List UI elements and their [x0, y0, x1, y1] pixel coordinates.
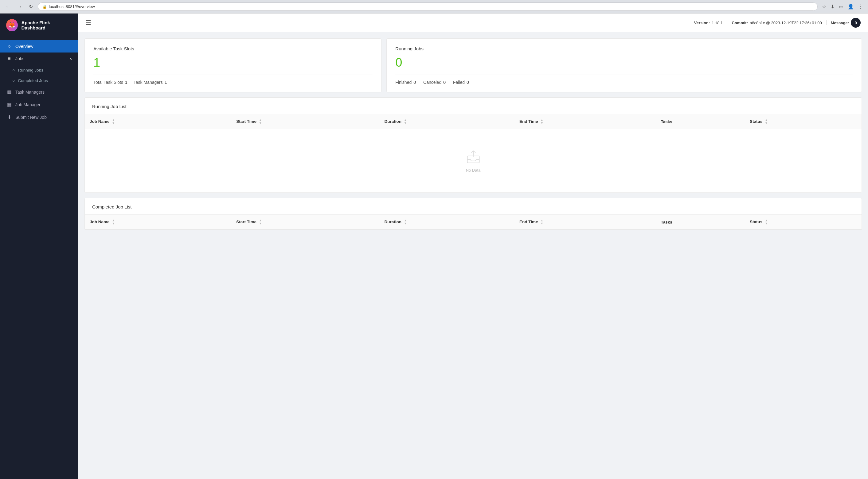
col-start-time-c[interactable]: Start Time ▲▼: [231, 215, 379, 230]
message-label: Message:: [831, 21, 849, 25]
sidebar-item-overview[interactable]: ○ Overview: [0, 40, 78, 53]
sidebar-item-jobs[interactable]: ≡ Jobs ∧: [0, 53, 78, 65]
canceled-value: 0: [443, 80, 446, 85]
download-button[interactable]: ⬇: [829, 2, 836, 11]
app-layout: 🦊 Apache Flink Dashboard ○ Overview ≡ Jo…: [0, 13, 868, 479]
address-bar[interactable]: 🔒 localhost:8081/#/overview: [38, 2, 818, 11]
col-duration[interactable]: Duration ▲▼: [380, 114, 515, 129]
task-slots-title: Available Task Slots: [93, 46, 373, 51]
task-managers-label: Task Managers: [134, 80, 163, 85]
completed-job-table: Job Name ▲▼ Start Time ▲▼ Duration ▲▼ En…: [85, 215, 862, 230]
task-managers-stat: Task Managers 1: [134, 80, 167, 85]
bookmark-button[interactable]: ☆: [821, 2, 828, 11]
running-jobs-stats: Finished 0 Canceled 0 Failed 0: [395, 80, 853, 85]
col-job-name-c[interactable]: Job Name ▲▼: [85, 215, 231, 230]
canceled-stat: Canceled 0: [423, 80, 446, 85]
commit-value: a8c8b1c @ 2023-12-19T22:17:36+01:00: [750, 21, 822, 25]
sidebar-nav: ○ Overview ≡ Jobs ∧ ○ Running Jobs ○ Com…: [0, 37, 78, 479]
total-slots-label: Total Task Slots: [93, 80, 123, 85]
cards-row: Available Task Slots 1 Total Task Slots …: [85, 38, 862, 92]
header-divider-1: [727, 20, 727, 25]
url-text: localhost:8081/#/overview: [49, 4, 95, 9]
header-divider-2: [826, 20, 827, 25]
col-job-name[interactable]: Job Name ▲▼: [85, 114, 231, 129]
header-menu-button[interactable]: ☰: [86, 19, 91, 26]
browser-chrome: ← → ↻ 🔒 localhost:8081/#/overview ☆ ⬇ ▭ …: [0, 0, 868, 13]
finished-label: Finished: [395, 80, 411, 85]
task-managers-value: 1: [165, 80, 167, 85]
completed-jobs-icon: ○: [12, 78, 15, 83]
refresh-button[interactable]: ↻: [27, 2, 35, 11]
sidebar-item-running-jobs[interactable]: ○ Running Jobs: [0, 65, 78, 75]
running-jobs-title: Running Jobs: [395, 46, 853, 51]
finished-stat: Finished 0: [395, 80, 416, 85]
no-data-placeholder: No Data: [90, 134, 857, 188]
sort-icon: ▲▼: [765, 219, 768, 225]
col-tasks[interactable]: Tasks: [656, 114, 745, 129]
sidebar-item-label: Submit New Job: [16, 115, 47, 120]
running-jobs-value: 0: [395, 56, 853, 68]
running-job-table-body: No Data: [85, 129, 862, 193]
running-jobs-card: Running Jobs 0 Finished 0 Canceled 0: [386, 38, 862, 92]
menu-button[interactable]: ⋮: [857, 2, 864, 11]
running-jobs-icon: ○: [12, 68, 15, 72]
sidebar-item-completed-jobs[interactable]: ○ Completed Jobs: [0, 75, 78, 86]
logo-icon: 🦊: [6, 19, 18, 31]
col-duration-c[interactable]: Duration ▲▼: [380, 215, 515, 230]
forward-button[interactable]: →: [16, 3, 24, 11]
finished-value: 0: [413, 80, 416, 85]
app-header: ☰ Version: 1.18.1 Commit: a8c8b1c @ 2023…: [78, 13, 868, 32]
commit-label: Commit:: [732, 21, 748, 25]
profile-button[interactable]: 👤: [846, 2, 855, 11]
job-manager-icon: ▦: [6, 102, 12, 107]
col-end-time[interactable]: End Time ▲▼: [515, 114, 656, 129]
header-version-info: Version: 1.18.1 Commit: a8c8b1c @ 2023-1…: [694, 18, 861, 28]
sort-icon: ▲▼: [112, 119, 115, 125]
sort-icon: ▲▼: [112, 219, 115, 225]
col-status-c[interactable]: Status ▲▼: [745, 215, 862, 230]
col-end-time-c[interactable]: End Time ▲▼: [515, 215, 656, 230]
extensions-button[interactable]: ▭: [838, 2, 845, 11]
failed-stat: Failed 0: [453, 80, 469, 85]
version-value: 1.18.1: [712, 21, 723, 25]
version-label: Version:: [694, 21, 710, 25]
submit-icon: ⬇: [6, 114, 12, 120]
sort-icon: ▲▼: [540, 219, 544, 225]
sidebar-item-task-managers[interactable]: ▦ Task Managers: [0, 86, 78, 98]
task-slots-value: 1: [93, 56, 373, 68]
completed-job-table-head: Job Name ▲▼ Start Time ▲▼ Duration ▲▼ En…: [85, 215, 862, 230]
running-job-table-wrapper: Job Name ▲▼ Start Time ▲▼ Duration ▲▼ En…: [85, 114, 862, 193]
back-button[interactable]: ←: [4, 3, 12, 11]
sort-icon: ▲▼: [765, 119, 768, 125]
inbox-icon: [465, 149, 481, 165]
sidebar-item-submit-new-job[interactable]: ⬇ Submit New Job: [0, 111, 78, 123]
running-job-table-head: Job Name ▲▼ Start Time ▲▼ Duration ▲▼ En…: [85, 114, 862, 129]
running-job-list-title: Running Job List: [85, 98, 862, 114]
message-count-button[interactable]: 0: [851, 18, 861, 28]
sidebar-item-label: Completed Jobs: [18, 78, 48, 83]
no-data-text: No Data: [466, 168, 481, 172]
running-job-table: Job Name ▲▼ Start Time ▲▼ Duration ▲▼ En…: [85, 114, 862, 193]
task-slots-stats: Total Task Slots 1 Task Managers 1: [93, 80, 373, 85]
sort-icon: ▲▼: [404, 119, 407, 125]
sort-icon: ▲▼: [404, 219, 407, 225]
main-content: Available Task Slots 1 Total Task Slots …: [78, 32, 868, 479]
col-start-time[interactable]: Start Time ▲▼: [231, 114, 379, 129]
completed-job-list-title: Completed Job List: [85, 198, 862, 215]
total-slots-value: 1: [125, 80, 127, 85]
running-job-list-section: Running Job List Job Name ▲▼ Start Time …: [85, 97, 862, 193]
jobs-icon: ≡: [6, 56, 12, 61]
overview-icon: ○: [6, 43, 12, 49]
chevron-up-icon: ∧: [69, 57, 72, 61]
total-task-slots-stat: Total Task Slots 1: [93, 80, 127, 85]
browser-actions: ☆ ⬇ ▭ 👤 ⋮: [821, 2, 864, 11]
failed-label: Failed: [453, 80, 465, 85]
sidebar-item-label: Task Managers: [16, 90, 44, 95]
col-status[interactable]: Status ▲▼: [745, 114, 862, 129]
col-tasks-c[interactable]: Tasks: [656, 215, 745, 230]
canceled-label: Canceled: [423, 80, 441, 85]
completed-job-list-section: Completed Job List Job Name ▲▼ Start Tim…: [85, 198, 862, 230]
sidebar-logo: 🦊 Apache Flink Dashboard: [0, 13, 78, 37]
sidebar-item-label: Overview: [16, 44, 33, 49]
sidebar-item-job-manager[interactable]: ▦ Job Manager: [0, 98, 78, 111]
